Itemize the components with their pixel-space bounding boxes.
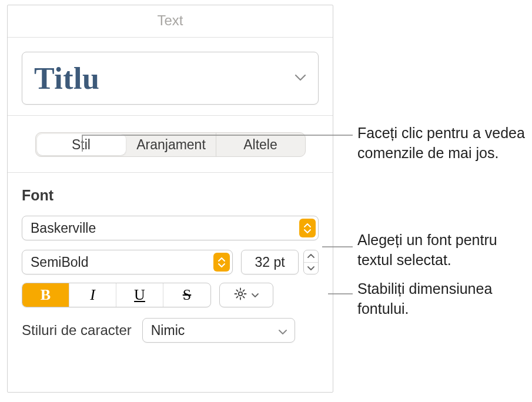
font-family-value: Baskerville bbox=[31, 220, 96, 236]
svg-point-0 bbox=[239, 292, 242, 296]
character-styles-label: Stiluri de caracter bbox=[22, 322, 132, 339]
tab-aranjament[interactable]: Aranjament bbox=[127, 133, 216, 156]
italic-button[interactable]: I bbox=[69, 283, 116, 307]
updown-icon bbox=[213, 253, 230, 272]
chevron-down-icon bbox=[251, 290, 259, 300]
underline-button[interactable]: U bbox=[116, 283, 163, 307]
tab-stil[interactable]: Stil bbox=[37, 134, 126, 155]
font-section-label: Font bbox=[22, 187, 319, 204]
callout-size: Stabiliți dimensiunea fontului. bbox=[357, 279, 528, 319]
underline-label: U bbox=[134, 286, 145, 304]
updown-icon bbox=[299, 219, 316, 237]
character-styles-value: Nimic bbox=[151, 323, 185, 339]
font-section: Font Baskerville SemiBold 32 pt bbox=[8, 187, 333, 343]
stepper-down[interactable] bbox=[304, 263, 318, 274]
divider bbox=[8, 115, 333, 116]
text-format-group: B I U S bbox=[22, 283, 211, 307]
character-styles-popup[interactable]: Nimic bbox=[142, 318, 295, 343]
bold-button[interactable]: B bbox=[22, 283, 69, 307]
strike-label: S bbox=[183, 286, 191, 304]
advanced-options-button[interactable] bbox=[219, 283, 273, 307]
font-weight-popup[interactable]: SemiBold bbox=[22, 250, 233, 274]
callout-font: Alegeți un font pentru textul selectat. bbox=[357, 230, 528, 270]
inspector-title: Text bbox=[8, 5, 333, 38]
strikethrough-button[interactable]: S bbox=[163, 283, 210, 307]
chevron-down-icon bbox=[278, 323, 287, 339]
font-family-popup[interactable]: Baskerville bbox=[22, 216, 319, 240]
italic-label: I bbox=[90, 286, 95, 304]
font-size-control: 32 pt bbox=[241, 250, 319, 274]
font-weight-value: SemiBold bbox=[31, 254, 88, 270]
inspector-tabs: Stil Aranjament Altele bbox=[35, 132, 306, 157]
font-size-stepper[interactable] bbox=[303, 250, 319, 274]
tab-altele[interactable]: Altele bbox=[216, 133, 305, 156]
callout-tabs: Faceți clic pentru a vedea comenzile de … bbox=[357, 123, 528, 163]
stepper-up[interactable] bbox=[304, 250, 318, 263]
text-inspector-panel: Text Titlu Stil Aranjament Altele Font B… bbox=[7, 5, 333, 393]
paragraph-style-name: Titlu bbox=[34, 61, 99, 96]
divider bbox=[8, 172, 333, 173]
bold-label: B bbox=[41, 286, 51, 304]
font-size-field[interactable]: 32 pt bbox=[241, 250, 299, 274]
gear-icon bbox=[233, 287, 247, 303]
paragraph-style-popup[interactable]: Titlu bbox=[22, 52, 319, 105]
chevron-down-icon bbox=[295, 73, 306, 83]
